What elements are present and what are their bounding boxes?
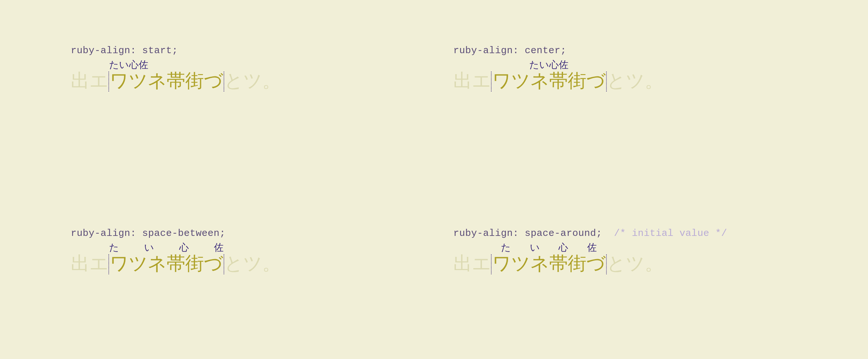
- ruby-char: い: [144, 243, 154, 252]
- ruby-char: 佐: [139, 60, 148, 70]
- example-start: ruby-align: start; 出エたい心佐ワツネ帯街づとツ。: [71, 45, 415, 176]
- ruby-char: い: [539, 60, 549, 70]
- ruby-base: たい心佐ワツネ帯街づ: [491, 72, 607, 91]
- ruby-char: 佐: [214, 243, 224, 252]
- code-label: ruby-align: space-around; /* initial val…: [453, 228, 797, 239]
- code-label: ruby-align: space-between;: [71, 228, 415, 239]
- code-label: ruby-align: center;: [453, 45, 797, 56]
- context-after: とツ。: [224, 70, 281, 91]
- ruby-char: た: [109, 243, 119, 252]
- ruby-base: たい心佐ワツネ帯街づ: [108, 254, 224, 274]
- ruby-annotation: たい心佐: [109, 243, 224, 252]
- context-before: 出エ: [453, 70, 491, 91]
- ruby-base: たい心佐ワツネ帯街づ: [108, 72, 224, 91]
- code-comment: /* initial value */: [602, 228, 727, 239]
- context-after: とツ。: [607, 70, 663, 91]
- ruby-char: た: [109, 60, 119, 70]
- canvas: ruby-align: start; 出エたい心佐ワツネ帯街づとツ。 ruby-…: [0, 0, 868, 359]
- ruby-char: た: [529, 60, 539, 70]
- ruby-char: い: [530, 243, 540, 252]
- code-text: ruby-align: space-around;: [453, 228, 602, 239]
- base-text: ワツネ帯街づ: [492, 70, 606, 91]
- ruby-char: 佐: [587, 243, 597, 252]
- code-text: ruby-align: space-between;: [71, 228, 225, 239]
- sample-text: 出エたい心佐ワツネ帯街づとツ。: [71, 254, 415, 274]
- sample-text: 出エたい心佐ワツネ帯街づとツ。: [453, 72, 797, 91]
- sample-text: 出エたい心佐ワツネ帯街づとツ。: [71, 72, 415, 91]
- context-after: とツ。: [607, 253, 663, 274]
- base-text: ワツネ帯街づ: [110, 253, 223, 274]
- ruby-annotation: たい心佐: [492, 243, 606, 252]
- ruby-char: 心: [559, 243, 568, 252]
- ruby-char: い: [119, 60, 129, 70]
- example-space-between: ruby-align: space-between; 出エたい心佐ワツネ帯街づと…: [71, 228, 415, 359]
- ruby-char: 心: [179, 243, 189, 252]
- base-text: ワツネ帯街づ: [492, 253, 606, 274]
- ruby-char: 心: [129, 60, 139, 70]
- ruby-char: 心: [549, 60, 559, 70]
- example-center: ruby-align: center; 出エたい心佐ワツネ帯街づとツ。: [453, 45, 797, 176]
- ruby-char: た: [501, 243, 511, 252]
- context-before: 出エ: [71, 70, 108, 91]
- ruby-annotation: たい心佐: [109, 60, 224, 70]
- context-after: とツ。: [224, 253, 281, 274]
- code-label: ruby-align: start;: [71, 45, 415, 56]
- code-text: ruby-align: start;: [71, 45, 178, 56]
- example-space-around: ruby-align: space-around; /* initial val…: [453, 228, 797, 359]
- code-text: ruby-align: center;: [453, 45, 566, 56]
- sample-text: 出エたい心佐ワツネ帯街づとツ。: [453, 254, 797, 274]
- context-before: 出エ: [453, 253, 491, 274]
- ruby-annotation: たい心佐: [492, 60, 606, 70]
- context-before: 出エ: [71, 253, 108, 274]
- ruby-base: たい心佐ワツネ帯街づ: [491, 254, 607, 274]
- base-text: ワツネ帯街づ: [110, 70, 223, 91]
- ruby-char: 佐: [559, 60, 568, 70]
